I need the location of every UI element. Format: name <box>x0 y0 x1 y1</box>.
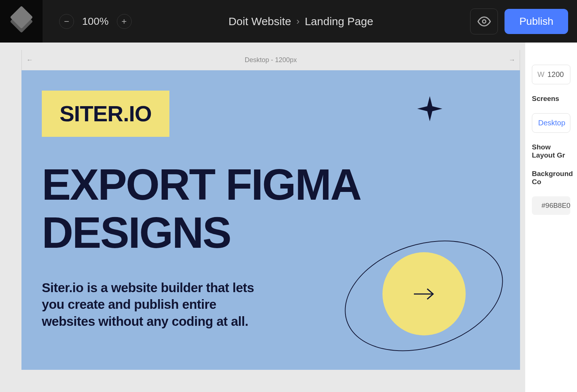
width-input[interactable]: W 1200 <box>532 65 570 84</box>
sparkle-icon[interactable] <box>417 96 442 121</box>
zoom-out-button[interactable]: − <box>59 14 74 29</box>
orbit-graphic[interactable] <box>343 244 505 348</box>
subheadline-text[interactable]: Siter.io is a website builder that lets … <box>42 279 271 330</box>
layout-grid-label: Show Layout Gr <box>532 143 570 159</box>
resize-handle-right[interactable]: → <box>509 56 515 64</box>
resize-handle-left[interactable]: ← <box>26 56 33 64</box>
main-area: ← Desktop - 1200px → SITER.IO EXPORT FIG… <box>0 43 577 392</box>
screen-selector[interactable]: Desktop <box>532 113 570 133</box>
header-actions: Publish <box>470 9 568 34</box>
width-value: 1200 <box>547 70 564 79</box>
canvas-area[interactable]: ← Desktop - 1200px → SITER.IO EXPORT FIG… <box>0 43 525 392</box>
zoom-controls: − 100% + <box>59 14 132 29</box>
breakpoint-ruler: ← Desktop - 1200px → <box>21 50 520 70</box>
brand-text: SITER.IO <box>60 101 152 126</box>
bg-color-hex: #96B8E0 <box>541 202 570 210</box>
preview-button[interactable] <box>470 9 498 34</box>
breakpoint-label: Desktop - 1200px <box>33 56 509 64</box>
logo-icon <box>10 10 33 33</box>
brand-badge[interactable]: SITER.IO <box>42 91 169 137</box>
properties-sidebar: W 1200 Screens Desktop Show Layout Gr Ba… <box>525 43 577 392</box>
bg-color-label: Background Co <box>532 170 570 186</box>
svg-point-0 <box>482 20 486 23</box>
app-header: − 100% + Doit Website › Landing Page Pub… <box>0 0 577 43</box>
logo-button[interactable] <box>0 0 43 43</box>
design-canvas[interactable]: SITER.IO EXPORT FIGMA DESIGNS Siter.io i… <box>21 70 520 370</box>
chevron-right-icon: › <box>296 16 300 27</box>
cta-circle[interactable] <box>382 252 466 335</box>
zoom-level: 100% <box>82 16 109 27</box>
zoom-in-button[interactable]: + <box>117 14 132 29</box>
publish-button[interactable]: Publish <box>505 9 568 34</box>
width-prefix: W <box>537 70 544 79</box>
eye-icon <box>478 15 491 28</box>
bg-color-input[interactable]: #96B8E0 <box>532 196 570 215</box>
breadcrumb-project[interactable]: Doit Website <box>229 15 291 28</box>
breadcrumb: Doit Website › Landing Page <box>132 15 470 28</box>
arrow-right-icon <box>412 287 436 301</box>
breadcrumb-page[interactable]: Landing Page <box>305 15 373 28</box>
screens-label: Screens <box>532 95 570 103</box>
